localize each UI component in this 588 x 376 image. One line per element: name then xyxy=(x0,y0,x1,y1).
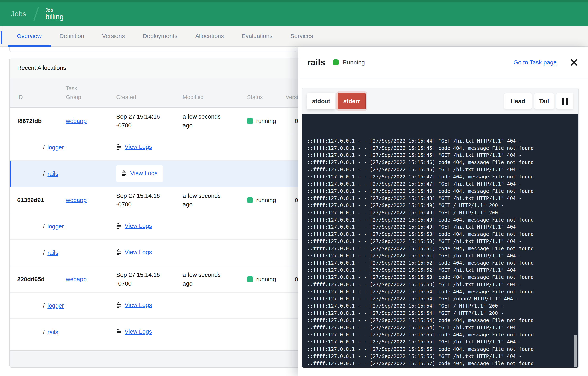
gutter-active-indicator xyxy=(0,31,2,44)
view-logs-label: View Logs xyxy=(125,143,152,150)
allocation-created: Sep 27 15:14:16 -0700 xyxy=(116,270,183,288)
task-group-link[interactable]: webapp xyxy=(66,197,87,203)
tab-definition[interactable]: Definition xyxy=(51,26,93,46)
allocation-id[interactable]: 220dd65d xyxy=(17,276,66,283)
task-prefix: / xyxy=(43,223,45,230)
task-group-link[interactable]: webapp xyxy=(66,276,87,282)
allocation-id[interactable]: 61359d91 xyxy=(17,197,66,203)
task-row: /logger View Logs xyxy=(10,213,309,240)
task-panel-header: rails Running Go to Task page xyxy=(298,47,588,67)
pause-icon xyxy=(562,98,564,105)
log-line: ::ffff:127.0.0.1 - - [27/Sep/2022 15:15:… xyxy=(307,259,578,266)
tab-allocations[interactable]: Allocations xyxy=(186,26,233,46)
breadcrumb-jobs-link[interactable]: Jobs xyxy=(11,10,26,18)
recent-allocations-card: Recent Allocations ID Task Group Created… xyxy=(9,57,309,368)
breadcrumb-job-name[interactable]: billing xyxy=(45,13,63,21)
tab-evaluations[interactable]: Evaluations xyxy=(233,26,281,46)
task-link-rails[interactable]: rails xyxy=(47,170,58,177)
log-line: ::ffff:127.0.0.1 - - [27/Sep/2022 15:15:… xyxy=(307,367,578,368)
task-prefix: / xyxy=(43,170,45,177)
log-line: ::ffff:127.0.0.1 - - [27/Sep/2022 15:15:… xyxy=(307,338,578,345)
task-prefix: / xyxy=(43,249,45,256)
view-logs-label: View Logs xyxy=(130,170,158,177)
view-logs-label: View Logs xyxy=(125,328,152,335)
tab-versions[interactable]: Versions xyxy=(93,26,134,46)
logs-icon xyxy=(116,249,122,255)
log-line: ::ffff:127.0.0.1 - - [27/Sep/2022 15:15:… xyxy=(307,159,578,166)
log-line: ::ffff:127.0.0.1 - - [27/Sep/2022 15:15:… xyxy=(307,238,578,245)
view-logs-focus-box: View Logs xyxy=(116,166,163,182)
log-line: ::ffff:127.0.0.1 - - [27/Sep/2022 15:15:… xyxy=(307,331,578,338)
pause-button[interactable] xyxy=(556,93,573,110)
task-running-status-icon xyxy=(333,59,339,66)
log-line: ::ffff:127.0.0.1 - - [27/Sep/2022 15:15:… xyxy=(307,302,578,310)
view-logs-link[interactable]: View Logs xyxy=(116,328,152,335)
task-prefix: / xyxy=(43,144,45,151)
log-line: ::ffff:127.0.0.1 - - [27/Sep/2022 15:15:… xyxy=(307,152,578,159)
task-name-title: rails xyxy=(307,57,325,67)
tab-deployments[interactable]: Deployments xyxy=(134,26,186,46)
log-line: ::ffff:127.0.0.1 - - [27/Sep/2022 15:15:… xyxy=(307,231,578,238)
logs-icon xyxy=(122,170,127,176)
logs-icon xyxy=(116,302,122,308)
allocation-modified: a few seconds ago xyxy=(183,191,247,209)
log-line: ::ffff:127.0.0.1 - - [27/Sep/2022 15:15:… xyxy=(307,266,578,274)
task-link-rails[interactable]: rails xyxy=(47,329,58,335)
task-group-link[interactable]: webapp xyxy=(66,118,87,124)
allocation-row[interactable]: 220dd65d webapp Sep 27 15:14:16 -0700 a … xyxy=(10,266,309,292)
column-header-status: Status xyxy=(247,93,286,101)
close-icon xyxy=(570,58,578,67)
allocation-id[interactable]: f8672fdb xyxy=(17,118,66,124)
view-logs-link[interactable]: View Logs xyxy=(116,222,152,229)
task-link-rails[interactable]: rails xyxy=(47,249,58,256)
close-panel-button[interactable] xyxy=(569,58,578,67)
allocation-status: running xyxy=(256,276,276,283)
breadcrumb-section-label: Job xyxy=(45,7,63,13)
view-logs-link[interactable]: View Logs xyxy=(116,143,152,150)
task-link-logger[interactable]: logger xyxy=(47,302,64,309)
task-row-selected: /rails View Logs xyxy=(10,161,309,187)
column-header-task-group: Task Group xyxy=(66,84,92,101)
tab-services[interactable]: Services xyxy=(281,26,322,46)
head-button[interactable]: Head xyxy=(504,93,532,110)
panel-divider xyxy=(298,78,588,78)
stdout-tab-button[interactable]: stdout xyxy=(307,93,335,110)
log-line: ::ffff:127.0.0.1 - - [27/Sep/2022 15:15:… xyxy=(307,295,578,302)
log-output[interactable]: ::ffff:127.0.0.1 - - [27/Sep/2022 15:15:… xyxy=(302,114,578,368)
allocation-row[interactable]: 61359d91 webapp Sep 27 15:14:16 -0700 a … xyxy=(10,187,309,213)
tail-button[interactable]: Tail xyxy=(534,93,554,110)
log-line: ::ffff:127.0.0.1 - - [27/Sep/2022 15:15:… xyxy=(307,281,578,288)
log-line: ::ffff:127.0.0.1 - - [27/Sep/2022 15:15:… xyxy=(307,346,578,353)
running-status-icon xyxy=(247,118,253,124)
log-scrollbar-thumb[interactable] xyxy=(574,335,578,367)
table-spacer xyxy=(10,345,309,350)
breadcrumb-separator-icon xyxy=(33,7,39,21)
log-line: ::ffff:127.0.0.1 - - [27/Sep/2022 15:15:… xyxy=(307,144,578,152)
log-line: ::ffff:127.0.0.1 - - [27/Sep/2022 15:15:… xyxy=(307,180,578,188)
log-line: ::ffff:127.0.0.1 - - [27/Sep/2022 15:15:… xyxy=(307,166,578,173)
tab-overview[interactable]: Overview xyxy=(8,26,51,46)
go-to-task-page-link[interactable]: Go to Task page xyxy=(514,59,557,66)
log-line: ::ffff:127.0.0.1 - - [27/Sep/2022 15:15:… xyxy=(307,288,578,295)
task-row: /logger View Logs xyxy=(10,292,309,319)
task-link-logger[interactable]: logger xyxy=(47,223,64,230)
allocation-row[interactable]: f8672fdb webapp Sep 27 15:14:16 -0700 a … xyxy=(10,108,309,134)
log-line: ::ffff:127.0.0.1 - - [27/Sep/2022 15:15:… xyxy=(307,252,578,259)
log-line: ::ffff:127.0.0.1 - - [27/Sep/2022 15:15:… xyxy=(307,209,578,216)
running-status-icon xyxy=(247,197,253,203)
task-prefix: / xyxy=(43,302,45,309)
task-row: /rails View Logs xyxy=(10,319,309,345)
breadcrumb: Job billing xyxy=(45,7,63,21)
log-line: ::ffff:127.0.0.1 - - [27/Sep/2022 15:15:… xyxy=(307,310,578,317)
column-header-id: ID xyxy=(17,93,66,101)
view-logs-link-active[interactable]: View Logs xyxy=(122,170,158,177)
allocation-status: running xyxy=(256,118,276,124)
task-link-logger[interactable]: logger xyxy=(47,144,64,151)
log-line: ::ffff:127.0.0.1 - - [27/Sep/2022 15:15:… xyxy=(307,360,578,367)
logs-icon xyxy=(116,144,122,150)
log-line: ::ffff:127.0.0.1 - - [27/Sep/2022 15:15:… xyxy=(307,202,578,209)
stderr-tab-button[interactable]: stderr xyxy=(337,93,366,110)
view-logs-link[interactable]: View Logs xyxy=(116,302,152,308)
recent-allocations-title: Recent Allocations xyxy=(10,58,309,78)
view-logs-link[interactable]: View Logs xyxy=(116,249,152,256)
